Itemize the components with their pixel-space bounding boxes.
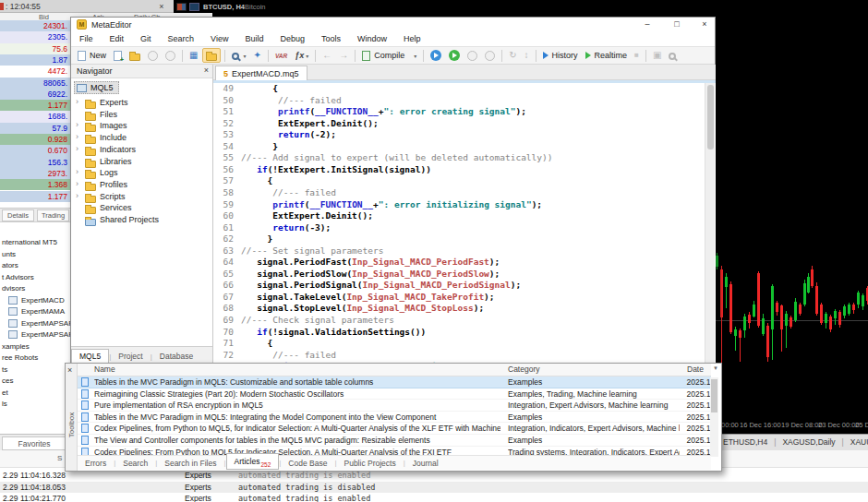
- chart-tab-xauusd-d[interactable]: XAUUSD+,D: [850, 437, 868, 447]
- tree-item-fragment[interactable]: ces: [0, 376, 70, 388]
- file-tab-expertmacd[interactable]: 5 ExpertMACD.mq5: [215, 66, 307, 80]
- articles-scrollbar-thumb[interactable]: [711, 379, 717, 412]
- navigator-item-files[interactable]: Files: [71, 109, 212, 121]
- tree-item-expertmapsar[interactable]: ExpertMAPSAR: [0, 318, 70, 330]
- navigator-item-services[interactable]: Services: [71, 202, 212, 214]
- article-row[interactable]: Tables in the MVC Paradigm in MQL5: Cust…: [78, 376, 711, 388]
- article-row[interactable]: The View and Controller components for t…: [78, 435, 711, 447]
- tree-item-expertmama[interactable]: ExpertMAMA: [0, 306, 70, 318]
- folder-highlight-button[interactable]: [202, 48, 221, 63]
- articles-scrollbar[interactable]: [710, 377, 718, 457]
- tile-windows-button[interactable]: ▦: [187, 48, 200, 63]
- code-area[interactable]: 49 {50 //--- failed51 printf(__FUNCTION_…: [213, 83, 716, 364]
- tree-item-fragment[interactable]: et: [0, 388, 70, 400]
- article-row[interactable]: Codex Pipelines, from Python to MQL5, fo…: [78, 423, 711, 435]
- toolbox-tab-public-projects[interactable]: Public Projects: [336, 458, 403, 469]
- debug-pause-button[interactable]: [464, 48, 480, 63]
- article-row[interactable]: Pure implementation of RSA encryption in…: [78, 400, 711, 412]
- copy-button[interactable]: ▣: [650, 48, 664, 63]
- chart-tab-ethusd-h4[interactable]: ETHUSD,H4: [723, 437, 767, 447]
- navigator-item-experts[interactable]: ›Experts: [71, 97, 212, 109]
- debug-stop-button[interactable]: [482, 48, 498, 63]
- new-file-button[interactable]: New: [75, 48, 109, 63]
- tree-item-fragment[interactable]: nternational MT5: [0, 237, 70, 249]
- tab-trading[interactable]: Trading: [37, 209, 69, 221]
- debug-history-start-button[interactable]: [428, 48, 444, 63]
- history-button[interactable]: History: [540, 48, 581, 63]
- column-header-name[interactable]: Name: [94, 365, 115, 374]
- tree-item-fragment[interactable]: t Advisors: [0, 272, 70, 284]
- navigator-close-icon[interactable]: ×: [204, 66, 209, 75]
- tree-item-fragment[interactable]: ts: [0, 365, 70, 376]
- toolbox-tab-search-in-files[interactable]: Search in Files: [157, 458, 223, 469]
- tab-favorites[interactable]: Favorites: [2, 436, 66, 450]
- navigator-item-shared-projects[interactable]: Shared Projects: [71, 214, 212, 226]
- compile-button[interactable]: Compile: [359, 48, 407, 63]
- journal-row[interactable]: 2.29 11:04:18.053Expertsautomated tradin…: [0, 482, 868, 494]
- function-list-button[interactable]: ƒx▾: [292, 48, 311, 63]
- navigator-item-scripts[interactable]: ›Scripts: [71, 191, 212, 203]
- navigator-item-images[interactable]: ›Images: [71, 120, 212, 132]
- menu-search[interactable]: Search: [160, 32, 203, 46]
- article-row[interactable]: Tables in the MVC Paradigm in MQL5: Inte…: [78, 412, 711, 424]
- realtime-button[interactable]: Realtime: [583, 48, 631, 63]
- tree-item-fragment[interactable]: unts: [0, 249, 70, 261]
- toolbox-tab-errors[interactable]: Errors: [78, 458, 114, 469]
- back-button[interactable]: ←: [319, 48, 334, 63]
- tree-item-fragment[interactable]: xamples: [0, 341, 70, 353]
- metaeditor-title-bar[interactable]: M MetaEditor – □ ×: [71, 18, 715, 32]
- tree-item-expertmapsarsize[interactable]: ExpertMAPSARSize: [0, 329, 70, 341]
- navigator-item-logs[interactable]: ›Logs: [71, 167, 212, 179]
- tree-item-fragment[interactable]: ree Robots: [0, 353, 70, 365]
- toolbox-tab-journal[interactable]: Journal: [405, 458, 446, 469]
- updown-button[interactable]: ↕: [522, 48, 532, 63]
- tab-details[interactable]: Details: [2, 209, 34, 221]
- debug-realtime-start-button[interactable]: [446, 48, 463, 63]
- open-folder-button[interactable]: [127, 48, 143, 63]
- navigator-item-profiles[interactable]: ›Profiles: [71, 179, 212, 191]
- close-button[interactable]: ×: [696, 18, 713, 31]
- menu-window[interactable]: Window: [349, 32, 395, 46]
- compile-options-button[interactable]: ▾: [409, 48, 419, 63]
- navigator-item-include[interactable]: ›Include: [71, 132, 212, 144]
- toolbox-tab-search[interactable]: Search: [115, 458, 155, 469]
- nav-forward-circle-button[interactable]: [163, 48, 178, 63]
- toolbox-tab-articles[interactable]: Articles252: [226, 453, 280, 470]
- maximize-button[interactable]: □: [669, 18, 685, 31]
- editor-scrollbar-thumb[interactable]: [707, 85, 714, 149]
- market-watch-close-icon[interactable]: ×: [156, 1, 167, 12]
- menu-git[interactable]: Git: [132, 32, 160, 46]
- refresh-button[interactable]: ↻: [506, 48, 519, 63]
- journal-row[interactable]: 2.29 11:04:21.770Expertsautomated tradin…: [0, 493, 868, 502]
- navigator-item-libraries[interactable]: Libraries: [71, 156, 212, 168]
- tree-item-fragment[interactable]: ls: [0, 399, 70, 411]
- menu-file[interactable]: File: [71, 32, 102, 46]
- styler-button[interactable]: ✦: [250, 48, 263, 63]
- minimize-button[interactable]: –: [639, 18, 656, 31]
- tree-item-fragment[interactable]: ators: [0, 260, 70, 272]
- profiler-square-button[interactable]: ■: [632, 48, 642, 63]
- column-header-date[interactable]: Date: [687, 365, 704, 374]
- menu-debug[interactable]: Debug: [271, 32, 313, 46]
- navigator-tab-mql5[interactable]: MQL5: [71, 349, 109, 364]
- article-row[interactable]: Reimagining Classic Strategies (Part 20)…: [78, 388, 711, 400]
- chart-tab-xagusd-daily[interactable]: XAGUSD,Daily: [782, 437, 835, 447]
- navigator-item-indicators[interactable]: ›Indicators: [71, 144, 212, 156]
- editor-scrollbar[interactable]: [705, 83, 715, 363]
- menu-edit[interactable]: Edit: [102, 32, 133, 46]
- menu-tools[interactable]: Tools: [313, 32, 349, 46]
- menu-build[interactable]: Build: [236, 32, 271, 46]
- tree-item-expertmacd[interactable]: ExpertMACD: [0, 295, 70, 307]
- navigator-tab-project[interactable]: Project: [111, 350, 150, 364]
- toolbox-tab-code-base[interactable]: Code Base: [281, 458, 334, 469]
- search-dropdown-button[interactable]: ▾: [229, 48, 248, 63]
- tree-item-fragment[interactable]: dvisors: [0, 283, 70, 295]
- nav-back-circle-button[interactable]: [145, 48, 161, 63]
- navigator-root-mql5[interactable]: MQL5: [74, 81, 119, 94]
- forward-button[interactable]: →: [336, 48, 351, 63]
- add-file-button[interactable]: +: [111, 48, 125, 63]
- find-in-files-button[interactable]: [666, 48, 681, 63]
- toolbox-close-icon[interactable]: ×: [67, 365, 72, 375]
- column-header-category[interactable]: Category: [508, 365, 540, 374]
- menu-help[interactable]: Help: [395, 32, 429, 46]
